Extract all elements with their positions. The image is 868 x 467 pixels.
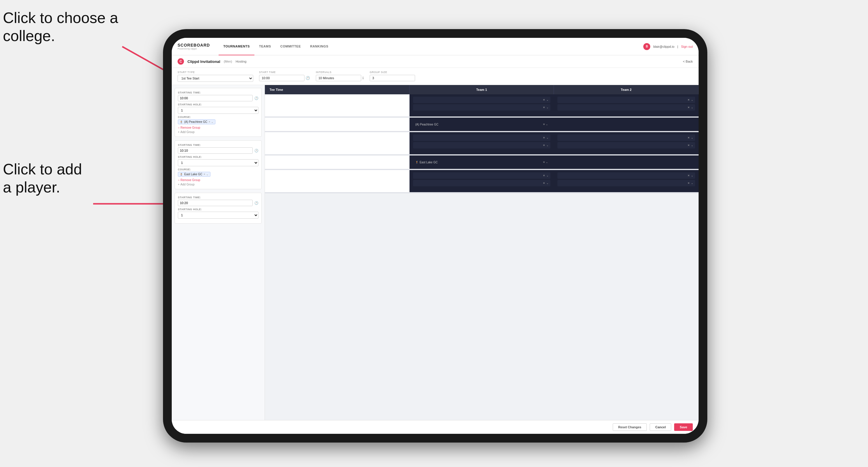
slot-chevron-3-2[interactable]: ⌄: [546, 144, 549, 147]
course-slot-actions-2: ✕ ⌄: [543, 161, 548, 164]
app-footer: Reset Changes Cancel Save: [172, 420, 699, 434]
team2-header: Team 2: [554, 85, 699, 94]
tee-col-team2-1: ✕ ⌄ ✕ ⌄: [554, 94, 699, 117]
controls-bar: Start Type 1st Tee Start Start Time 🕐 In…: [172, 68, 699, 85]
group-block-1: STARTING TIME: 🕐 STARTING HOLE: 1 COURSE…: [175, 88, 262, 137]
tablet-screen: SCOREBOARD Powered by clippd TOURNAMENTS…: [172, 38, 699, 434]
tee-col-team1-1: ✕ ⌄ ✕ ⌄: [409, 94, 554, 117]
user-avatar: B: [643, 43, 650, 50]
add-group-btn-2[interactable]: + Add Group: [178, 183, 258, 186]
slot-x-2-2[interactable]: ✕: [687, 106, 690, 109]
app-header: SCOREBOARD Powered by clippd TOURNAMENTS…: [172, 38, 699, 55]
player-slot-3-1[interactable]: ✕ ⌄: [413, 134, 551, 141]
slot-chevron-1-2[interactable]: ⌄: [546, 106, 549, 109]
slot-x-6-2[interactable]: ✕: [687, 182, 690, 185]
slot-x-5-2[interactable]: ✕: [543, 182, 545, 185]
tee-col-team2-3: ✕ ⌄ ✕ ⌄: [554, 170, 699, 192]
course-tag-1[interactable]: 🏌 (A) Peachtree GC × ⌄: [178, 119, 215, 124]
starting-hole-label-1: STARTING HOLE:: [178, 103, 258, 106]
start-time-input[interactable]: [259, 75, 305, 81]
reset-changes-button[interactable]: Reset Changes: [613, 423, 647, 431]
course-row-2: 🏌 East Lake GC × ⌄: [178, 172, 258, 177]
course-name-2: East Lake GC: [184, 173, 202, 176]
circle-icon: ○: [178, 126, 180, 129]
course-row-1: 🏌 (A) Peachtree GC × ⌄: [178, 119, 258, 124]
tee-col-time-3: [265, 170, 409, 192]
slot-chevron-1-1[interactable]: ⌄: [546, 98, 549, 101]
save-button[interactable]: Save: [674, 423, 693, 431]
course-tee-col-1: [265, 118, 409, 131]
slot-x-1-2[interactable]: ✕: [543, 106, 545, 109]
slot-chevron-2-2[interactable]: ⌄: [691, 106, 693, 109]
slot-x-1-1[interactable]: ✕: [543, 98, 545, 101]
slot-chevron-4-2[interactable]: ⌄: [691, 144, 693, 147]
player-slot-5-2[interactable]: ✕ ⌄: [413, 180, 551, 186]
course-tee-col-2: [265, 155, 409, 169]
course-row-group-1: (A) Peachtree GC ✕ ⌄: [265, 118, 699, 132]
intervals-input[interactable]: [316, 75, 361, 81]
slot-x-3-2[interactable]: ✕: [543, 144, 545, 147]
start-type-group: Start Type 1st Tee Start: [178, 71, 253, 82]
player-slot-5-1[interactable]: ✕ ⌄: [413, 173, 551, 179]
slot-chevron-2-1[interactable]: ⌄: [691, 98, 693, 101]
slot-x-5-1[interactable]: ✕: [543, 174, 545, 177]
tee-col-team1-2: ✕ ⌄ ✕ ⌄: [409, 132, 554, 154]
course-name-1: (A) Peachtree GC: [184, 120, 207, 123]
back-button[interactable]: < Back: [683, 60, 693, 63]
start-time-group: Start Time 🕐: [259, 71, 310, 82]
slot-chevron-5-1[interactable]: ⌄: [546, 174, 549, 177]
player-slot-2-2[interactable]: ✕ ⌄: [557, 104, 695, 111]
tee-row-group-3: ✕ ⌄ ✕ ⌄: [265, 170, 699, 193]
player-slot-4-2[interactable]: ✕ ⌄: [557, 142, 695, 149]
cancel-button[interactable]: Cancel: [650, 423, 671, 431]
starting-hole-select-1[interactable]: 1: [178, 107, 258, 114]
course-remove-2[interactable]: × ⌄: [204, 173, 209, 176]
annotation-choose-college: Click to choose acollege.: [3, 9, 118, 45]
slot-chevron-6-2[interactable]: ⌄: [691, 182, 693, 185]
tab-committee[interactable]: COMMITTEE: [276, 38, 306, 55]
tournament-name: Clippd Invitational: [187, 59, 220, 64]
player-slot-6-2[interactable]: ✕ ⌄: [557, 180, 695, 186]
intervals-group: Intervals ℹ: [316, 71, 364, 82]
player-slot-6-1[interactable]: ✕ ⌄: [557, 173, 695, 179]
header-right: B blair@clippd.io | Sign out: [643, 43, 693, 50]
player-slot-1-1[interactable]: ✕ ⌄: [413, 97, 551, 103]
player-slot-1-2[interactable]: ✕ ⌄: [413, 104, 551, 111]
group-size-input[interactable]: [370, 75, 415, 81]
slot-chevron-4-1[interactable]: ⌄: [691, 136, 693, 139]
starting-hole-select-3[interactable]: 1: [178, 212, 258, 219]
tab-tournaments[interactable]: TOURNAMENTS: [219, 38, 254, 55]
player-slot-3-2[interactable]: ✕ ⌄: [413, 142, 551, 149]
divider: |: [677, 45, 678, 48]
slot-chevron-6-1[interactable]: ⌄: [691, 174, 693, 177]
start-time-label: Start Time: [259, 71, 310, 74]
starting-time-input-1[interactable]: [178, 95, 253, 101]
remove-group-btn-2[interactable]: ○ Remove Group: [178, 179, 258, 182]
slot-x-2-1[interactable]: ✕: [687, 98, 690, 101]
sign-out-link[interactable]: Sign out: [681, 45, 693, 48]
clippd-logo: C: [178, 58, 184, 65]
slot-chevron-3-1[interactable]: ⌄: [546, 136, 549, 139]
slot-x-4-2[interactable]: ✕: [687, 144, 690, 147]
course-icon-2: 🏌: [180, 173, 183, 176]
tab-rankings[interactable]: RANKINGS: [305, 38, 333, 55]
course-team2-col-1: [554, 118, 699, 131]
course-remove-1[interactable]: × ⌄: [209, 120, 213, 123]
starting-time-input-2[interactable]: [178, 147, 253, 154]
plus-icon-1: +: [178, 130, 180, 134]
add-group-btn-1[interactable]: + Add Group: [178, 130, 258, 134]
starting-time-input-3[interactable]: [178, 200, 253, 206]
start-type-select[interactable]: 1st Tee Start: [178, 75, 253, 82]
player-slot-2-1[interactable]: ✕ ⌄: [557, 97, 695, 103]
remove-group-btn-1[interactable]: ○ Remove Group: [178, 126, 258, 129]
user-email: blair@clippd.io: [653, 45, 674, 48]
brand-subtitle: Powered by clippd: [178, 48, 210, 50]
slot-x-4-1[interactable]: ✕: [687, 136, 690, 139]
tab-teams[interactable]: TEAMS: [254, 38, 276, 55]
course-tag-2[interactable]: 🏌 East Lake GC × ⌄: [178, 172, 211, 177]
slot-x-6-1[interactable]: ✕: [687, 174, 690, 177]
slot-chevron-5-2[interactable]: ⌄: [546, 182, 549, 185]
slot-x-3-1[interactable]: ✕: [543, 136, 545, 139]
starting-hole-select-2[interactable]: 1: [178, 159, 258, 166]
player-slot-4-1[interactable]: ✕ ⌄: [557, 134, 695, 141]
